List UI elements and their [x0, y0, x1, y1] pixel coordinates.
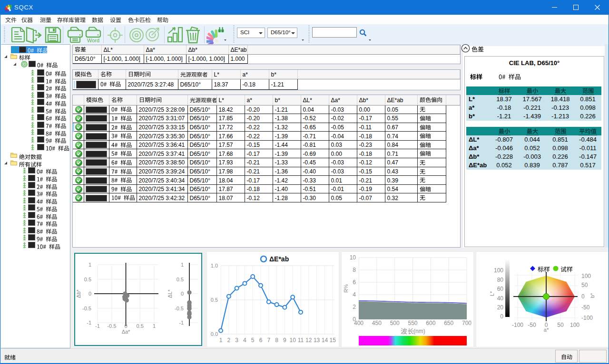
- svg-text:0.5: 0.5: [177, 277, 184, 282]
- svg-text:5: 5: [251, 337, 255, 344]
- svg-text:8: 8: [275, 337, 278, 344]
- svg-text:0: 0: [124, 323, 127, 329]
- svg-text:600: 600: [426, 320, 435, 326]
- svg-text:2: 2: [353, 304, 356, 310]
- svg-text:450: 450: [372, 320, 382, 326]
- svg-text:15: 15: [330, 337, 336, 344]
- svg-text:-100: -100: [581, 315, 593, 321]
- svg-text:-0.5: -0.5: [175, 306, 184, 311]
- svg-text:0.5: 0.5: [84, 277, 91, 282]
- svg-text:7: 7: [267, 337, 270, 344]
- svg-text:L*: L*: [489, 291, 495, 296]
- svg-text:Δb*: Δb*: [76, 289, 81, 297]
- svg-text:0.5: 0.5: [137, 323, 144, 329]
- svg-text:50: 50: [581, 282, 588, 288]
- svg-text:20: 20: [497, 304, 504, 311]
- svg-text:8: 8: [353, 267, 356, 273]
- svg-text:40: 40: [497, 295, 504, 302]
- svg-text:0.5: 0.5: [211, 297, 218, 303]
- svg-text:400: 400: [354, 320, 363, 326]
- svg-text:-0.5: -0.5: [107, 323, 116, 329]
- svg-text:1: 1: [153, 323, 156, 329]
- svg-text:0.0: 0.0: [211, 331, 218, 337]
- svg-text:700: 700: [462, 320, 471, 326]
- svg-text:1: 1: [181, 262, 184, 268]
- svg-text:ΔL*: ΔL*: [167, 289, 173, 297]
- svg-text:a*: a*: [544, 327, 549, 333]
- svg-text:-0.5: -0.5: [82, 306, 91, 311]
- svg-text:3: 3: [235, 337, 238, 344]
- svg-text:0: 0: [88, 291, 91, 297]
- svg-text:-100: -100: [512, 322, 523, 328]
- svg-text:14: 14: [322, 337, 328, 344]
- svg-text:80: 80: [497, 277, 504, 283]
- svg-text:-1: -1: [95, 323, 100, 329]
- svg-text:11: 11: [298, 337, 304, 344]
- svg-text:550: 550: [408, 320, 417, 326]
- svg-text:Δa*: Δa*: [122, 329, 130, 335]
- svg-text:6: 6: [259, 337, 263, 344]
- svg-text:1.0: 1.0: [211, 263, 218, 268]
- svg-text:10: 10: [350, 254, 356, 261]
- svg-text:0: 0: [181, 291, 184, 297]
- svg-text:ΔE*ab: ΔE*ab: [269, 255, 289, 263]
- svg-text:1: 1: [219, 337, 223, 344]
- svg-text:12: 12: [305, 337, 312, 344]
- svg-text:-1: -1: [179, 320, 184, 326]
- svg-text:500: 500: [390, 320, 400, 326]
- svg-text:0: 0: [500, 313, 503, 320]
- svg-text:100: 100: [581, 273, 591, 279]
- svg-text:-1: -1: [87, 320, 91, 326]
- svg-text:10: 10: [290, 337, 296, 344]
- svg-text:100: 100: [494, 267, 503, 274]
- svg-text:1: 1: [88, 262, 91, 268]
- svg-text:4: 4: [243, 337, 246, 344]
- svg-text:Word: Word: [87, 38, 99, 43]
- svg-text:100: 100: [570, 322, 580, 328]
- svg-text:0: 0: [581, 293, 585, 300]
- svg-text:-50: -50: [528, 322, 536, 328]
- svg-text:13: 13: [314, 337, 320, 344]
- svg-text:50: 50: [557, 322, 564, 328]
- svg-text:2: 2: [227, 337, 230, 344]
- svg-text:-50: -50: [581, 304, 590, 311]
- svg-text:9: 9: [283, 337, 286, 344]
- svg-text:b*: b*: [589, 293, 595, 298]
- svg-text:4: 4: [353, 291, 356, 298]
- svg-text:60: 60: [497, 286, 504, 292]
- svg-text:6: 6: [353, 279, 356, 286]
- svg-text:650: 650: [444, 320, 453, 326]
- svg-text:R%: R%: [343, 284, 349, 293]
